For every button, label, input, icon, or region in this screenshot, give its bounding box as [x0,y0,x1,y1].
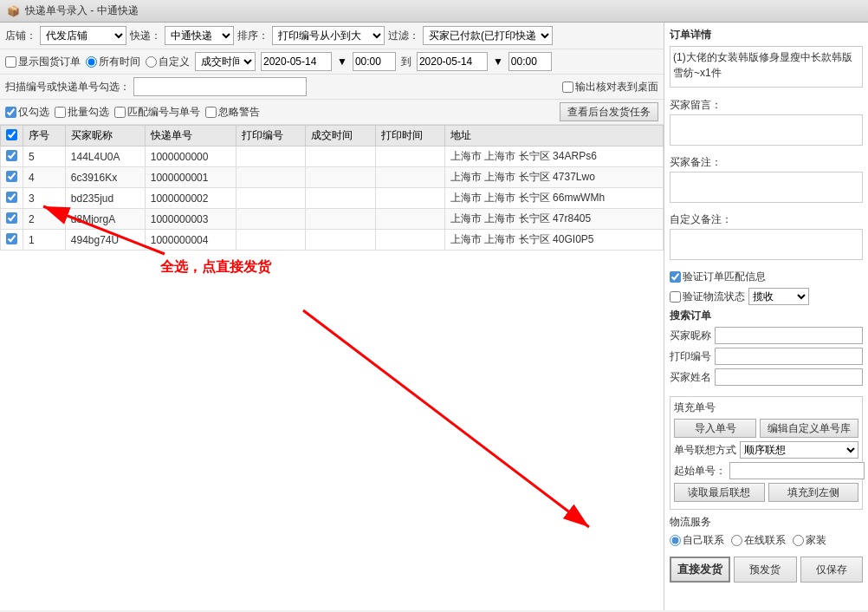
row-checkbox[interactable] [6,233,17,244]
title-bar-icon: 📦 [7,5,20,17]
verify-order-checkbox[interactable]: 验证订单匹配信息 [670,270,766,284]
seller-remark-input[interactable] [670,172,863,203]
row-seq: 5 [23,146,66,167]
only-check-checkbox[interactable]: 仅勾选 [5,105,49,120]
custom-time-input[interactable] [146,56,157,68]
seller-remark-label: 买家备注： [670,155,863,170]
to-label: 到 [401,55,411,69]
all-time-radio[interactable]: 所有时间 [86,55,140,69]
table-row[interactable]: 2 d8MjorgA 1000000003 上海市 上海市 长宁区 47r840… [1,209,664,230]
row-address: 上海市 上海市 长宁区 4737Lwo [445,167,664,188]
number-type-select[interactable]: 顺序联想 [740,441,858,459]
custom-remark-input[interactable] [670,229,863,260]
right-panel: 订单详情 (1)大佬的女装韩版修身显瘦中长款韩版雪纺~x1件 买家留言： 买家备… [664,23,868,610]
logistics-title: 物流服务 [670,515,863,530]
pre-ship-btn[interactable]: 预发货 [734,557,796,583]
row-checkbox-cell[interactable] [1,230,23,251]
time-to-input[interactable] [508,52,552,71]
calendar-icon-from[interactable]: ▼ [337,55,347,68]
row-print-no [236,167,305,188]
table-row[interactable]: 1 494bg74U 1000000004 上海市 上海市 长宁区 40GI0P… [1,230,664,251]
search-input[interactable] [133,77,307,96]
table-row[interactable]: 3 bd235jud 1000000002 上海市 上海市 长宁区 66mwWM… [1,188,664,209]
select-all-checkbox[interactable] [6,129,17,140]
window-title: 快递单号录入 - 中通快递 [25,3,139,18]
date-to-input[interactable] [417,52,488,71]
filter-select[interactable]: 买家已付款(已打印快递单) [423,26,553,45]
row-trade-time [306,167,375,188]
time-from-input[interactable] [353,52,396,71]
calendar-icon-to[interactable]: ▼ [493,55,503,68]
row-print-time [375,146,444,167]
row-checkbox[interactable] [6,192,17,203]
row-checkbox[interactable] [6,171,17,182]
col-print-no: 打印编号 [236,126,305,146]
row-checkbox-cell[interactable] [1,146,23,167]
row-checkbox-cell[interactable] [1,188,23,209]
batch-check-checkbox[interactable]: 批量勾选 [55,105,109,120]
buyer-nickname-search-input[interactable] [715,327,863,344]
save-only-btn[interactable]: 仅保存 [800,557,863,583]
filter-label: 过滤： [388,29,419,43]
logistics-home-radio[interactable]: 家装 [793,533,826,548]
buyer-remark-input[interactable] [670,114,863,146]
search-label: 扫描编号或快递单号勾选： [5,80,130,94]
only-check-input[interactable] [5,107,16,118]
sort-select[interactable]: 打印编号从小到大 [272,26,385,45]
order-detail-title: 订单详情 [670,28,863,42]
check-backend-btn[interactable]: 查看后台发货任务 [560,102,658,121]
time-type-select[interactable]: 成交时间 [195,52,256,71]
batch-check-input[interactable] [55,107,66,118]
search-order-title: 搜索订单 [670,309,863,323]
show-backorder-input[interactable] [5,56,16,68]
table-row[interactable]: 5 144L4U0A 1000000000 上海市 上海市 长宁区 34ARPs… [1,146,664,167]
edit-library-btn[interactable]: 编辑自定义单号库 [760,419,858,438]
all-time-input[interactable] [86,56,97,68]
direct-ship-btn[interactable]: 直接发货 [670,557,730,583]
row-buyer: bd235jud [65,188,145,209]
logistics-self-input[interactable] [670,535,681,546]
ignore-warning-checkbox[interactable]: 忽略警告 [205,105,260,120]
print-number-label: 打印编号： [670,349,711,364]
sort-label: 排序： [237,29,269,43]
row-trade-time [306,188,375,209]
date-from-input[interactable] [261,52,332,71]
logistics-home-input[interactable] [793,535,804,546]
row-print-no [236,188,305,209]
read-last-btn[interactable]: 读取最后联想 [674,483,765,502]
verify-logistics-checkbox[interactable]: 验证物流状态 [670,290,745,304]
buyer-name-search-input[interactable] [715,368,863,386]
fill-left-btn[interactable]: 填充到左侧 [768,483,859,502]
shop-select[interactable]: 代发店铺 [40,26,126,45]
import-btn[interactable]: 导入单号 [674,419,756,438]
number-type-label: 单号联想方式 [674,443,736,458]
match-number-input[interactable] [114,107,126,118]
logistics-status-select[interactable]: 揽收 [748,288,809,305]
table-row[interactable]: 4 6c3916Kx 1000000001 上海市 上海市 长宁区 4737Lw… [1,167,664,188]
row-checkbox-cell[interactable] [1,209,23,230]
row-print-time [375,230,444,251]
logistics-self-radio[interactable]: 自己联系 [670,533,724,548]
logistics-online-input[interactable] [731,535,742,546]
match-number-checkbox[interactable]: 匹配编号与单号 [114,105,200,120]
row-checkbox[interactable] [6,212,17,224]
show-backorder-checkbox[interactable]: 显示囤货订单 [5,55,81,69]
verify-order-input[interactable] [670,271,681,283]
logistics-online-radio[interactable]: 在线联系 [731,533,786,548]
fill-number-title: 填充单号 [674,400,858,415]
order-detail-text: (1)大佬的女装韩版修身显瘦中长款韩版雪纺~x1件 [670,46,863,88]
verify-logistics-input[interactable] [670,291,681,303]
custom-time-radio[interactable]: 自定义 [146,55,190,69]
row-checkbox-cell[interactable] [1,167,23,188]
output-check-checkbox[interactable]: 输出核对表到桌面 [562,80,658,94]
express-select[interactable]: 中通快递 [165,26,234,45]
start-number-input[interactable] [729,462,865,479]
col-print-time: 打印时间 [375,126,444,146]
output-check-input[interactable] [562,81,573,93]
start-number-label: 起始单号： [674,464,726,479]
print-number-search-input[interactable] [715,348,863,365]
row-print-no [236,209,305,230]
row-checkbox[interactable] [6,150,17,161]
ignore-warning-input[interactable] [205,107,217,118]
col-address: 地址 [445,126,664,146]
